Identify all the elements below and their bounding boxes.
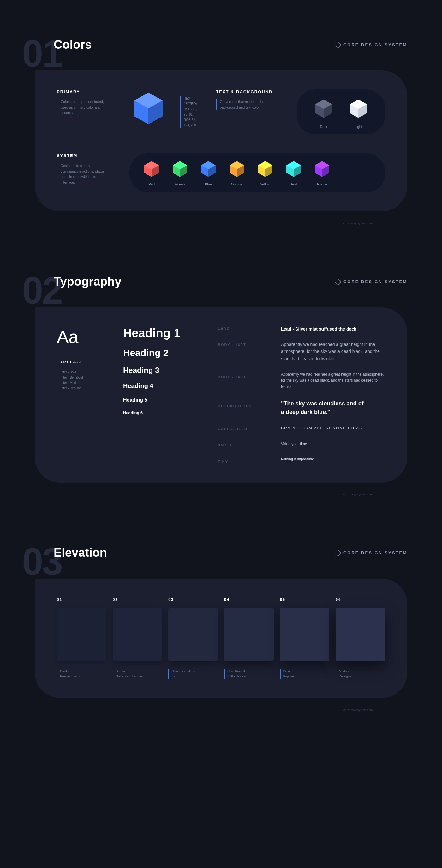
system-desc: Designed to clearly communicate actions,… [57,163,110,185]
cube-icon [142,160,161,179]
badge-label: CORE DESIGN SYSTEM [343,279,407,284]
cube-green: Green [170,160,190,186]
cube-label: Blue [199,182,218,186]
system-cubes: Red Green Blue Orange Yellow [142,160,332,186]
weight-item: Inter - Semibold [61,375,110,380]
sample-body16: Apparently we had reached a great height… [281,341,385,362]
hex-value: HEX #3E7BFA [184,96,197,106]
diamond-icon [334,41,342,48]
hsl-value: HSL 221, 95, 61 [184,106,197,117]
cube-label: Green [170,182,190,186]
cube-label: Red [142,182,161,186]
elevation-col-06: 06 ModalsDialogue [336,597,385,679]
badge-label: CORE DESIGN SYSTEM [343,42,407,47]
elevation-col-02: 02 ButtonNotification badges [113,597,162,679]
elevation-number: 04 [224,597,274,602]
sample-capitalized: BRAINSTORM ALTERNATIVE IDEAS [281,426,385,430]
textbg-desc: Grayscales that made up the background a… [216,99,270,110]
label-tiny: TINY [218,460,268,464]
elevation-box [280,608,330,661]
label-blockquotes: BLOCKQUOTES [218,404,268,408]
badge-label: CORE DESIGN SYSTEM [343,551,407,555]
section-title: Colors [54,38,92,52]
weight-item: Inter - Regular [61,385,110,391]
section-colors: 01 Colors CORE DESIGN SYSTEM PRIMARY Col… [0,0,442,237]
elevation-desc: Card RaisedButton Raised [224,669,274,679]
cube-blue: Blue [199,160,218,186]
section-title: Elevation [54,546,107,560]
cube-label: Light [347,125,369,129]
cube-light: Light [347,98,369,129]
sample-body14: Apparently we had reached a great height… [281,372,385,390]
footer-url: coredesignsystem.com [343,222,373,225]
cube-orange: Orange [227,160,246,186]
primary-desc: Colors that represent brand, used as pri… [57,99,110,116]
elevation-desc: ButtonNotification badges [113,669,162,679]
elevation-box [168,608,218,661]
cube-red: Red [142,160,161,186]
elevation-number: 01 [57,597,106,602]
section-typography: 02 Typography CORE DESIGN SYSTEM Aa TYPE… [0,237,442,508]
heading-6: Heading 6 [123,410,205,415]
elevation-box [336,608,385,661]
cube-label: Dark [312,125,335,129]
textbg-label: TEXT & BACKGROUND [216,89,278,94]
elevation-box [224,608,274,661]
elevation-box [57,608,106,661]
sample-tiny: Nothing is Impossible [281,458,385,461]
system-label: SYSTEM [57,153,110,158]
cube-icon [130,89,167,129]
elevation-col-01: 01 CardsPressed button [57,597,106,679]
elevation-desc: ModalsDialogue [336,669,385,679]
colors-card: PRIMARY Colors that represent brand, use… [35,70,407,211]
sample-small: Value your time [281,442,385,446]
label-small: SMALL [218,443,268,447]
elevation-desc: CardsPressed button [57,669,106,679]
label-capitalized: CAPITALIZED [218,427,268,431]
divider: coredesignsystem.com [69,495,373,495]
elevation-card: 01 CardsPressed button 02 ButtonNotifica… [35,579,407,698]
elevation-box [113,608,162,661]
heading-3: Heading 3 [123,366,205,375]
typeface-label: TYPEFACE [57,360,110,364]
label-body14: BODY - 14PT [218,375,268,379]
diamond-icon [334,278,342,285]
footer-url: coredesignsystem.com [343,708,373,712]
elevation-number: 05 [280,597,330,602]
cube-teal: Teal [284,160,303,186]
divider: coredesignsystem.com [69,711,373,711]
heading-5: Heading 5 [123,397,205,403]
cube-label: Yellow [256,182,275,186]
cube-icon [199,160,218,179]
label-body16: BODY - 16PT [218,343,268,347]
cube-icon [284,160,303,179]
cube-icon [227,160,246,179]
elevation-desc: Navigation MenuBar [168,669,218,679]
elevation-number: 03 [168,597,218,602]
typeface-weights: Inter - BoldInter - SemiboldInter - Medi… [57,369,110,391]
weight-item: Inter - Bold [61,369,110,375]
cube-yellow: Yellow [256,160,275,186]
section-title: Typography [54,275,122,288]
sample-lead: Lead - Silver mist suffused the deck [281,327,385,332]
cube-icon [170,160,190,179]
core-badge: CORE DESIGN SYSTEM [335,279,407,284]
cube-purple: Purple [312,160,332,186]
primary-label: PRIMARY [57,89,110,94]
label-lead: LEAD [218,327,268,330]
footer-url: coredesignsystem.com [343,493,373,496]
sample-blockquote: "The sky was cloudless and of a deep dar… [281,399,366,416]
typography-card: Aa TYPEFACE Inter - BoldInter - Semibold… [35,307,407,483]
heading-4: Heading 4 [123,382,205,390]
weight-item: Inter - Medium [61,380,110,385]
heading-1: Heading 1 [123,327,205,340]
elevation-col-05: 05 PickerPopover [280,597,330,679]
cube-label: Orange [227,182,246,186]
cube-dark: Dark [312,98,335,129]
heading-2: Heading 2 [123,348,205,358]
divider: coredesignsystem.com [69,224,373,224]
cube-icon [312,160,332,179]
typeface-sample: Aa [57,327,110,347]
elevation-desc: PickerPopover [280,669,330,679]
rgb-value: RGB 62, 123, 250 [184,117,197,128]
